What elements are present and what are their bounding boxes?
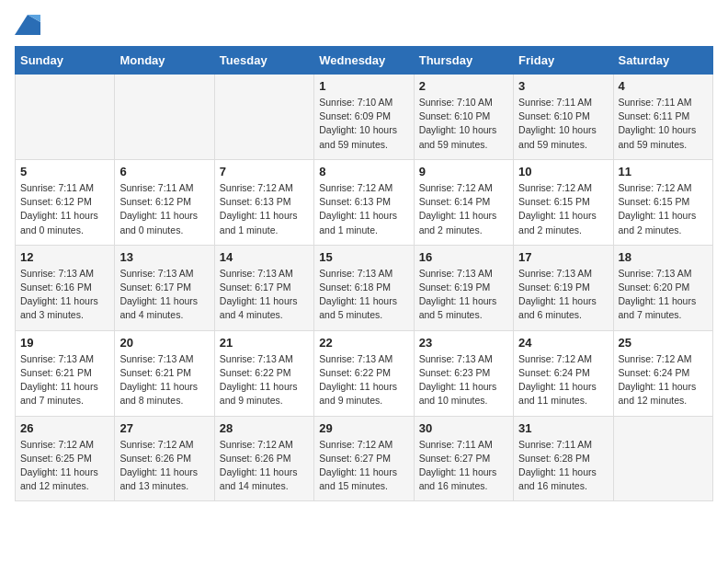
day-number: 27 bbox=[119, 421, 209, 435]
day-cell: 23Sunrise: 7:13 AM Sunset: 6:23 PM Dayli… bbox=[414, 330, 513, 416]
day-number: 12 bbox=[20, 250, 109, 264]
day-info: Sunrise: 7:12 AM Sunset: 6:26 PM Dayligh… bbox=[220, 438, 309, 494]
header-friday: Friday bbox=[514, 47, 613, 75]
day-cell: 10Sunrise: 7:12 AM Sunset: 6:15 PM Dayli… bbox=[514, 159, 613, 245]
day-number: 19 bbox=[20, 336, 109, 350]
day-info: Sunrise: 7:13 AM Sunset: 6:23 PM Dayligh… bbox=[419, 352, 508, 408]
day-cell: 28Sunrise: 7:12 AM Sunset: 6:26 PM Dayli… bbox=[214, 416, 313, 501]
day-info: Sunrise: 7:13 AM Sunset: 6:20 PM Dayligh… bbox=[619, 267, 708, 323]
day-cell: 29Sunrise: 7:12 AM Sunset: 6:27 PM Dayli… bbox=[314, 416, 414, 501]
day-info: Sunrise: 7:11 AM Sunset: 6:10 PM Dayligh… bbox=[518, 96, 608, 152]
day-number: 8 bbox=[319, 165, 408, 178]
day-number: 1 bbox=[319, 79, 408, 93]
day-cell: 2Sunrise: 7:10 AM Sunset: 6:10 PM Daylig… bbox=[414, 75, 513, 160]
day-number: 4 bbox=[619, 79, 708, 93]
day-info: Sunrise: 7:12 AM Sunset: 6:24 PM Dayligh… bbox=[518, 352, 608, 408]
day-cell: 4Sunrise: 7:11 AM Sunset: 6:11 PM Daylig… bbox=[613, 75, 712, 160]
day-cell: 16Sunrise: 7:13 AM Sunset: 6:19 PM Dayli… bbox=[414, 245, 513, 330]
day-cell: 1Sunrise: 7:10 AM Sunset: 6:09 PM Daylig… bbox=[314, 75, 414, 160]
day-cell bbox=[613, 416, 712, 501]
day-number: 7 bbox=[220, 165, 309, 178]
day-number: 14 bbox=[220, 250, 309, 264]
day-info: Sunrise: 7:13 AM Sunset: 6:16 PM Dayligh… bbox=[20, 267, 109, 323]
day-cell bbox=[16, 75, 115, 160]
day-info: Sunrise: 7:13 AM Sunset: 6:17 PM Dayligh… bbox=[119, 267, 209, 323]
day-cell: 18Sunrise: 7:13 AM Sunset: 6:20 PM Dayli… bbox=[613, 245, 712, 330]
day-cell: 14Sunrise: 7:13 AM Sunset: 6:17 PM Dayli… bbox=[214, 245, 313, 330]
week-row-1: 1Sunrise: 7:10 AM Sunset: 6:09 PM Daylig… bbox=[16, 75, 713, 160]
day-info: Sunrise: 7:13 AM Sunset: 6:17 PM Dayligh… bbox=[220, 267, 309, 323]
day-number: 6 bbox=[119, 165, 209, 178]
day-info: Sunrise: 7:12 AM Sunset: 6:15 PM Dayligh… bbox=[518, 181, 608, 237]
day-number: 17 bbox=[518, 250, 608, 264]
day-cell: 24Sunrise: 7:12 AM Sunset: 6:24 PM Dayli… bbox=[514, 330, 613, 416]
day-number: 31 bbox=[518, 421, 608, 435]
day-cell: 7Sunrise: 7:12 AM Sunset: 6:13 PM Daylig… bbox=[214, 159, 313, 245]
logo bbox=[15, 15, 44, 35]
week-row-5: 26Sunrise: 7:12 AM Sunset: 6:25 PM Dayli… bbox=[16, 416, 713, 501]
logo-icon bbox=[15, 15, 40, 35]
day-number: 13 bbox=[119, 250, 209, 264]
header-tuesday: Tuesday bbox=[214, 47, 313, 75]
day-info: Sunrise: 7:11 AM Sunset: 6:28 PM Dayligh… bbox=[518, 438, 608, 494]
day-number: 30 bbox=[419, 421, 508, 435]
day-number: 23 bbox=[419, 336, 508, 350]
day-number: 21 bbox=[220, 336, 309, 350]
day-cell: 8Sunrise: 7:12 AM Sunset: 6:13 PM Daylig… bbox=[314, 159, 414, 245]
day-info: Sunrise: 7:12 AM Sunset: 6:27 PM Dayligh… bbox=[319, 438, 408, 494]
day-number: 28 bbox=[220, 421, 309, 435]
day-cell: 21Sunrise: 7:13 AM Sunset: 6:22 PM Dayli… bbox=[214, 330, 313, 416]
day-number: 15 bbox=[319, 250, 408, 264]
day-number: 5 bbox=[20, 165, 109, 178]
day-info: Sunrise: 7:13 AM Sunset: 6:22 PM Dayligh… bbox=[220, 352, 309, 408]
day-info: Sunrise: 7:12 AM Sunset: 6:25 PM Dayligh… bbox=[20, 438, 109, 494]
day-info: Sunrise: 7:12 AM Sunset: 6:13 PM Dayligh… bbox=[319, 181, 408, 237]
calendar-table: SundayMondayTuesdayWednesdayThursdayFrid… bbox=[15, 46, 713, 501]
week-row-2: 5Sunrise: 7:11 AM Sunset: 6:12 PM Daylig… bbox=[16, 159, 713, 245]
day-cell: 20Sunrise: 7:13 AM Sunset: 6:21 PM Dayli… bbox=[115, 330, 214, 416]
day-number: 24 bbox=[518, 336, 608, 350]
day-info: Sunrise: 7:13 AM Sunset: 6:22 PM Dayligh… bbox=[319, 352, 408, 408]
week-row-3: 12Sunrise: 7:13 AM Sunset: 6:16 PM Dayli… bbox=[16, 245, 713, 330]
day-cell: 6Sunrise: 7:11 AM Sunset: 6:12 PM Daylig… bbox=[115, 159, 214, 245]
day-number: 25 bbox=[619, 336, 708, 350]
day-info: Sunrise: 7:12 AM Sunset: 6:24 PM Dayligh… bbox=[619, 352, 708, 408]
day-number: 2 bbox=[419, 79, 508, 93]
day-info: Sunrise: 7:12 AM Sunset: 6:13 PM Dayligh… bbox=[220, 181, 309, 237]
header-monday: Monday bbox=[115, 47, 214, 75]
day-cell: 19Sunrise: 7:13 AM Sunset: 6:21 PM Dayli… bbox=[16, 330, 115, 416]
day-cell: 27Sunrise: 7:12 AM Sunset: 6:26 PM Dayli… bbox=[115, 416, 214, 501]
header-saturday: Saturday bbox=[613, 47, 712, 75]
day-info: Sunrise: 7:13 AM Sunset: 6:19 PM Dayligh… bbox=[419, 267, 508, 323]
day-number: 29 bbox=[319, 421, 408, 435]
day-cell: 11Sunrise: 7:12 AM Sunset: 6:15 PM Dayli… bbox=[613, 159, 712, 245]
day-number: 22 bbox=[319, 336, 408, 350]
day-number: 11 bbox=[619, 165, 708, 178]
day-number: 20 bbox=[119, 336, 209, 350]
day-info: Sunrise: 7:13 AM Sunset: 6:18 PM Dayligh… bbox=[319, 267, 408, 323]
day-info: Sunrise: 7:12 AM Sunset: 6:26 PM Dayligh… bbox=[119, 438, 209, 494]
calendar-header-row: SundayMondayTuesdayWednesdayThursdayFrid… bbox=[16, 47, 713, 75]
day-number: 3 bbox=[518, 79, 608, 93]
day-info: Sunrise: 7:11 AM Sunset: 6:12 PM Dayligh… bbox=[119, 181, 209, 237]
day-number: 18 bbox=[619, 250, 708, 264]
day-cell: 22Sunrise: 7:13 AM Sunset: 6:22 PM Dayli… bbox=[314, 330, 414, 416]
page-header bbox=[15, 15, 713, 35]
day-number: 9 bbox=[419, 165, 508, 178]
day-info: Sunrise: 7:11 AM Sunset: 6:12 PM Dayligh… bbox=[20, 181, 109, 237]
day-cell bbox=[115, 75, 214, 160]
day-number: 10 bbox=[518, 165, 608, 178]
header-sunday: Sunday bbox=[16, 47, 115, 75]
day-cell: 5Sunrise: 7:11 AM Sunset: 6:12 PM Daylig… bbox=[16, 159, 115, 245]
week-row-4: 19Sunrise: 7:13 AM Sunset: 6:21 PM Dayli… bbox=[16, 330, 713, 416]
day-info: Sunrise: 7:10 AM Sunset: 6:09 PM Dayligh… bbox=[319, 96, 408, 152]
day-number: 16 bbox=[419, 250, 508, 264]
day-cell: 3Sunrise: 7:11 AM Sunset: 6:10 PM Daylig… bbox=[514, 75, 613, 160]
day-cell: 17Sunrise: 7:13 AM Sunset: 6:19 PM Dayli… bbox=[514, 245, 613, 330]
day-info: Sunrise: 7:11 AM Sunset: 6:11 PM Dayligh… bbox=[619, 96, 708, 152]
day-cell bbox=[214, 75, 313, 160]
day-info: Sunrise: 7:12 AM Sunset: 6:14 PM Dayligh… bbox=[419, 181, 508, 237]
day-info: Sunrise: 7:13 AM Sunset: 6:21 PM Dayligh… bbox=[20, 352, 109, 408]
day-cell: 9Sunrise: 7:12 AM Sunset: 6:14 PM Daylig… bbox=[414, 159, 513, 245]
header-wednesday: Wednesday bbox=[314, 47, 414, 75]
